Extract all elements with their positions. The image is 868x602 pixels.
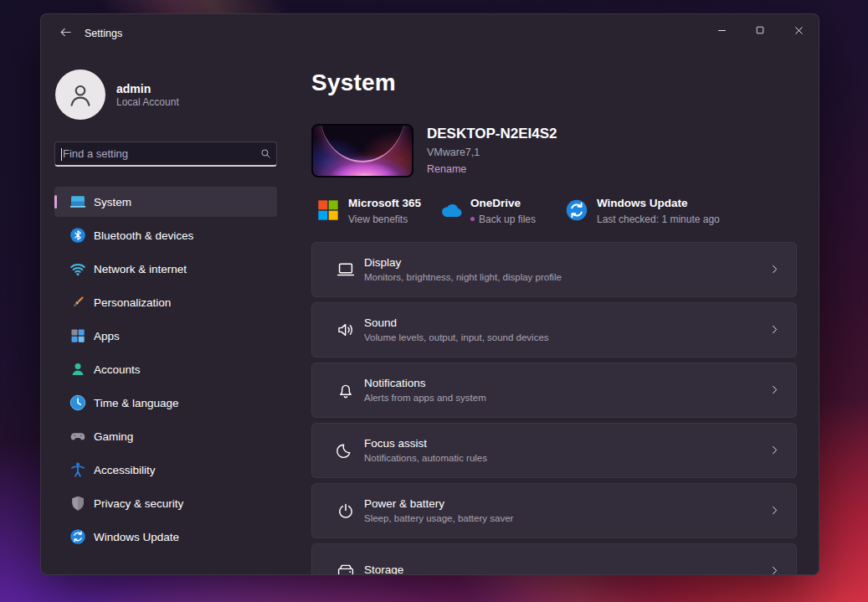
sidebar-item-label: Accessibility	[94, 464, 156, 476]
chevron-right-icon	[768, 263, 781, 275]
settings-rows: Display Monitors, brightness, night ligh…	[311, 242, 797, 575]
search-icon[interactable]	[254, 147, 276, 160]
accessibility-icon	[69, 461, 86, 478]
search-input[interactable]	[55, 147, 254, 160]
back-button[interactable]	[49, 21, 81, 46]
settings-row-focus-assist[interactable]: Focus assist Notifications, automatic ru…	[311, 423, 797, 478]
window-controls	[702, 15, 818, 49]
sidebar-item-windows-update[interactable]: Windows Update	[54, 522, 277, 552]
account-header: admin Local Account	[55, 69, 277, 120]
search-box[interactable]	[54, 141, 277, 167]
account-type: Local Account	[116, 96, 179, 108]
personalization-icon	[69, 294, 86, 311]
sidebar-item-personalization[interactable]: Personalization	[54, 287, 277, 317]
sidebar-item-gaming[interactable]: Gaming	[54, 421, 277, 451]
row-title: Focus assist	[364, 437, 764, 451]
notifications-icon	[336, 380, 356, 400]
display-icon	[336, 260, 356, 280]
settings-row-notifications[interactable]: Notifications Alerts from apps and syste…	[311, 363, 797, 418]
sidebar-item-system[interactable]: System	[54, 187, 277, 217]
gaming-icon	[69, 428, 86, 445]
accounts-icon	[69, 361, 86, 378]
sound-icon	[336, 320, 356, 340]
quick-card-onedrive[interactable]: OneDrive Back up files	[439, 196, 565, 225]
settings-row-power-battery[interactable]: Power & battery Sleep, battery usage, ba…	[311, 483, 797, 538]
maximize-icon	[754, 24, 766, 39]
sidebar-item-label: Personalization	[94, 296, 171, 309]
sidebar-item-privacy-security[interactable]: Privacy & security	[54, 488, 277, 518]
row-subtitle: Volume levels, output, input, sound devi…	[364, 332, 764, 342]
settings-window: Settings admin Local Account	[40, 13, 819, 575]
sidebar-item-network-internet[interactable]: Network & internet	[54, 254, 277, 284]
sidebar-item-time-language[interactable]: Time & language	[54, 388, 277, 418]
chevron-right-icon	[768, 444, 781, 456]
sidebar-item-accessibility[interactable]: Accessibility	[54, 455, 277, 485]
minimize-button[interactable]	[702, 15, 741, 49]
quick-card-title: OneDrive	[470, 196, 536, 211]
minimize-icon	[716, 24, 728, 40]
privacy-security-icon	[69, 495, 86, 512]
onedrive-icon	[439, 198, 462, 222]
row-subtitle: Alerts from apps and system	[364, 393, 764, 403]
bluetooth-icon	[69, 227, 86, 244]
device-header: DESKTOP-N2EI4S2 VMware7,1 Rename	[311, 124, 797, 178]
close-icon	[793, 24, 805, 40]
row-title: Storage	[364, 563, 764, 575]
storage-icon	[336, 561, 356, 575]
sidebar: admin Local Account System Bluetooth & d…	[41, 53, 290, 574]
row-title: Sound	[364, 316, 764, 331]
sidebar-item-label: System	[94, 196, 131, 208]
sidebar-item-bluetooth-devices[interactable]: Bluetooth & devices	[54, 220, 277, 250]
quick-card-subtitle[interactable]: View benefits	[348, 214, 421, 225]
row-subtitle: Monitors, brightness, night light, displ…	[364, 272, 764, 282]
sidebar-item-label: Time & language	[94, 397, 179, 409]
chevron-right-icon	[768, 564, 781, 575]
sidebar-item-label: Gaming	[94, 430, 133, 443]
sidebar-item-apps[interactable]: Apps	[54, 321, 277, 351]
chevron-right-icon	[768, 383, 781, 396]
quick-card-subtitle[interactable]: Last checked: 1 minute ago	[597, 214, 720, 225]
settings-row-sound[interactable]: Sound Volume levels, output, input, soun…	[311, 302, 797, 358]
maximize-button[interactable]	[741, 15, 779, 49]
quick-card-windows-update[interactable]: Windows Update Last checked: 1 minute ag…	[565, 196, 720, 225]
settings-row-display[interactable]: Display Monitors, brightness, night ligh…	[311, 242, 797, 297]
quick-cards-row: Microsoft 365 View benefits OneDrive Bac…	[311, 196, 797, 225]
account-name: admin	[116, 81, 179, 97]
rename-link[interactable]: Rename	[427, 163, 466, 175]
microsoft-365-icon	[316, 198, 340, 222]
device-model: VMware7,1	[427, 147, 557, 158]
power-battery-icon	[336, 501, 356, 521]
chevron-right-icon	[768, 323, 781, 336]
settings-row-storage[interactable]: Storage	[311, 543, 797, 575]
sidebar-item-label: Windows Update	[94, 531, 179, 543]
app-title: Settings	[85, 28, 122, 39]
row-subtitle: Notifications, automatic rules	[364, 453, 764, 463]
sidebar-item-label: Bluetooth & devices	[94, 229, 193, 242]
sidebar-item-label: Apps	[94, 330, 120, 342]
row-title: Power & battery	[364, 497, 764, 512]
system-icon	[69, 193, 86, 210]
device-name: DESKTOP-N2EI4S2	[427, 126, 557, 142]
device-wallpaper-thumbnail	[311, 124, 413, 178]
quick-card-subtitle[interactable]: Back up files	[470, 214, 536, 225]
sidebar-item-label: Accounts	[94, 363, 141, 376]
text-caret	[61, 148, 62, 161]
windows-update-icon	[69, 528, 86, 545]
time-language-icon	[69, 394, 86, 411]
sidebar-item-accounts[interactable]: Accounts	[54, 354, 277, 384]
windows-update-icon	[565, 198, 588, 222]
page-title: System	[311, 69, 797, 96]
back-arrow-icon	[59, 26, 72, 42]
quick-card-microsoft-365[interactable]: Microsoft 365 View benefits	[316, 196, 439, 225]
sidebar-nav: System Bluetooth & devices Network & int…	[54, 187, 277, 552]
row-subtitle: Sleep, battery usage, battery saver	[364, 513, 764, 523]
focus-assist-icon	[336, 440, 356, 461]
quick-card-title: Microsoft 365	[348, 196, 421, 211]
row-title: Display	[364, 256, 764, 270]
close-button[interactable]	[779, 15, 818, 49]
chevron-right-icon	[768, 504, 781, 517]
sidebar-item-label: Network & internet	[94, 263, 187, 275]
sidebar-item-label: Privacy & security	[94, 497, 183, 510]
user-avatar-icon	[55, 69, 105, 120]
status-bullet	[470, 217, 475, 221]
